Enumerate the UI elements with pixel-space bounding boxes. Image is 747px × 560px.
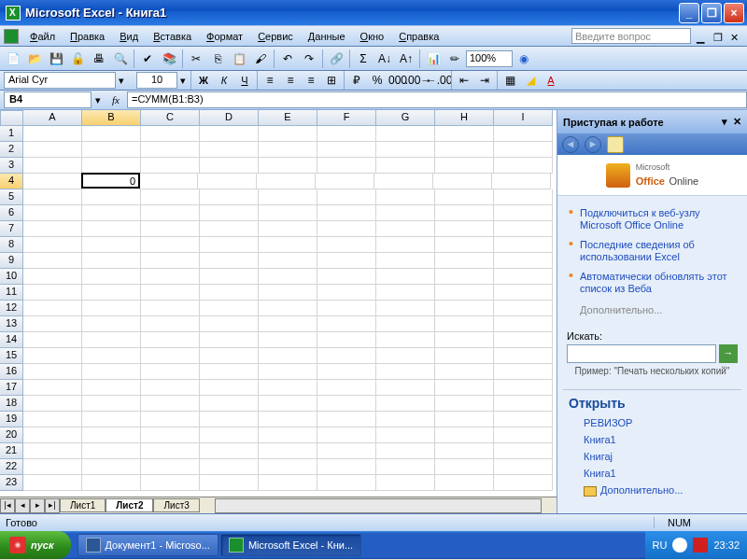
cell-C15[interactable] (141, 348, 200, 364)
cell-I19[interactable] (494, 412, 553, 427)
cell-H8[interactable] (435, 237, 494, 253)
cell-H19[interactable] (435, 412, 494, 427)
cell-C7[interactable] (141, 221, 200, 237)
cell-B12[interactable] (82, 301, 141, 316)
recent-file-0[interactable]: РЕВИЗОР (569, 414, 736, 431)
cell-C16[interactable] (141, 364, 200, 380)
align-left-icon[interactable]: ≡ (260, 70, 280, 91)
col-header-G[interactable]: G (376, 110, 435, 126)
cell-E3[interactable] (259, 158, 317, 174)
horizontal-scrollbar[interactable] (215, 498, 542, 513)
tab-next-icon[interactable]: ▸ (30, 498, 45, 513)
cell-G20[interactable] (376, 427, 435, 443)
menu-Формат[interactable]: Формат (199, 28, 250, 45)
cell-H10[interactable] (435, 269, 494, 285)
cell-D20[interactable] (200, 427, 259, 443)
pane-link-2[interactable]: Автоматически обновлять этот список из В… (567, 267, 738, 299)
cell-F9[interactable] (317, 253, 376, 269)
cell-D8[interactable] (200, 237, 259, 253)
cell-C19[interactable] (141, 412, 200, 427)
menu-Файл[interactable]: Файл (22, 28, 63, 45)
cell-D7[interactable] (200, 221, 259, 237)
row-header-11[interactable]: 11 (0, 285, 23, 301)
row-header-17[interactable]: 17 (0, 380, 23, 396)
cell-E14[interactable] (259, 332, 317, 348)
cell-G2[interactable] (376, 142, 435, 158)
cell-E9[interactable] (259, 253, 317, 269)
cell-A7[interactable] (23, 221, 82, 237)
font-selector[interactable]: Arial Cyr (4, 72, 116, 89)
cell-G8[interactable] (376, 237, 435, 253)
cell-C20[interactable] (141, 427, 200, 443)
col-header-H[interactable]: H (435, 110, 494, 126)
cell-I21[interactable] (494, 443, 553, 459)
cell-I11[interactable] (494, 285, 553, 301)
row-header-20[interactable]: 20 (0, 427, 23, 443)
cell-F5[interactable] (317, 189, 376, 205)
cell-A20[interactable] (23, 427, 82, 443)
col-header-I[interactable]: I (494, 110, 553, 126)
cell-G16[interactable] (376, 364, 435, 380)
paste-icon[interactable]: 📋 (229, 49, 249, 69)
menu-Сервис[interactable]: Сервис (250, 28, 301, 45)
row-header-8[interactable]: 8 (0, 237, 23, 253)
system-tray[interactable]: RU 23:32 (645, 531, 747, 559)
search-go-button[interactable]: → (719, 344, 738, 363)
row-header-4[interactable]: 4 (0, 174, 23, 189)
zoom-box[interactable]: 100% (466, 50, 513, 67)
cell-I7[interactable] (494, 221, 553, 237)
cell-H20[interactable] (435, 427, 494, 443)
col-header-F[interactable]: F (317, 110, 376, 126)
recent-file-3[interactable]: Книга1 (569, 465, 736, 482)
cell-A4[interactable] (23, 174, 82, 189)
cell-H17[interactable] (435, 380, 494, 396)
cell-D2[interactable] (200, 142, 259, 158)
align-center-icon[interactable]: ≡ (280, 70, 301, 91)
cell-D12[interactable] (200, 301, 259, 316)
cell-F15[interactable] (317, 348, 376, 364)
cell-G11[interactable] (376, 285, 435, 301)
cell-H1[interactable] (435, 126, 494, 142)
menu-Данные[interactable]: Данные (301, 28, 353, 45)
cell-C1[interactable] (141, 126, 200, 142)
cell-I12[interactable] (494, 301, 553, 316)
cell-H13[interactable] (435, 316, 494, 332)
save-icon[interactable]: 💾 (46, 49, 66, 69)
cell-H14[interactable] (435, 332, 494, 348)
row-header-2[interactable]: 2 (0, 142, 23, 158)
underline-icon[interactable]: Ч (234, 70, 255, 91)
currency-icon[interactable]: ₽ (346, 70, 367, 91)
pane-home-icon[interactable] (607, 136, 624, 153)
cell-B19[interactable] (82, 412, 141, 427)
cell-B16[interactable] (82, 364, 141, 380)
cell-I9[interactable] (494, 253, 553, 269)
cell-H9[interactable] (435, 253, 494, 269)
cell-F22[interactable] (317, 459, 376, 475)
tab-prev-icon[interactable]: ◂ (15, 498, 30, 513)
cell-E1[interactable] (259, 126, 317, 142)
tray-antivirus-icon[interactable] (693, 538, 708, 553)
menu-Правка[interactable]: Правка (63, 28, 112, 45)
cell-A3[interactable] (23, 158, 82, 174)
cell-G5[interactable] (376, 189, 435, 205)
cell-A8[interactable] (23, 237, 82, 253)
cell-A16[interactable] (23, 364, 82, 380)
cell-G19[interactable] (376, 412, 435, 427)
cell-A2[interactable] (23, 142, 82, 158)
cell-D1[interactable] (200, 126, 259, 142)
cell-B21[interactable] (82, 443, 141, 459)
cell-E11[interactable] (259, 285, 317, 301)
cell-C10[interactable] (141, 269, 200, 285)
cell-F3[interactable] (317, 158, 376, 174)
cell-F4[interactable] (316, 174, 374, 189)
cell-I3[interactable] (494, 158, 553, 174)
cell-D17[interactable] (200, 380, 259, 396)
menu-Вид[interactable]: Вид (112, 28, 146, 45)
cell-A14[interactable] (23, 332, 82, 348)
cell-D16[interactable] (200, 364, 259, 380)
cell-A22[interactable] (23, 459, 82, 475)
taskpane-dropdown-icon[interactable]: ▾ (722, 116, 727, 128)
cell-F18[interactable] (317, 396, 376, 412)
col-header-B[interactable]: B (82, 110, 141, 126)
cell-A9[interactable] (23, 253, 82, 269)
